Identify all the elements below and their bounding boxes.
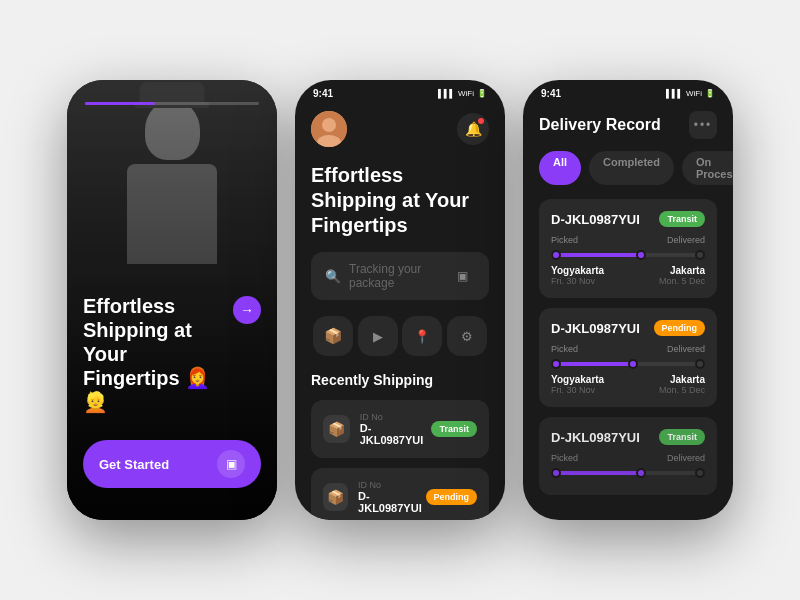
get-started-button[interactable]: Get Started ▣ xyxy=(83,440,261,488)
action-video[interactable]: ▶ xyxy=(358,316,398,356)
wifi-icon-2: WiFi xyxy=(458,89,474,98)
from-city-2: Yogyakarta xyxy=(551,374,604,385)
delivery-locations-2: Yogyakarta Fri. 30 Nov Jakarta Mon. 5 De… xyxy=(551,374,705,395)
status-time-2: 9:41 xyxy=(313,88,333,99)
progress-dot-mid-3 xyxy=(636,468,646,478)
package-icon-2: 📦 xyxy=(323,483,348,511)
shipping-info-2: ID No D-JKL0987YUI xyxy=(358,480,425,514)
search-left: 🔍 Tracking your package xyxy=(325,262,451,290)
delivery-id-2: D-JKL0987YUI xyxy=(551,321,640,336)
to-location-2: Jakarta Mon. 5 Dec xyxy=(659,374,705,395)
progress-fill xyxy=(85,102,155,105)
home-headline-l3: Fingertips xyxy=(311,214,408,236)
phone-onboarding: 9:41 ▌▌▌ WiFi 🔋 Effortless Shipping at Y… xyxy=(67,80,277,520)
delivery-card-2-header: D-JKL0987YUI Pending xyxy=(551,320,705,336)
action-box[interactable]: 📦 xyxy=(313,316,353,356)
notification-dot xyxy=(478,118,484,124)
shipping-id: D-JKL0987YUI xyxy=(360,422,432,446)
progress-dot-end-1 xyxy=(695,250,705,260)
cta-scan-icon: ▣ xyxy=(226,457,237,471)
quick-actions: 📦 ▶ 📍 ⚙ xyxy=(295,316,505,372)
home-headline-l2: Shipping at Your xyxy=(311,189,469,211)
filter-all[interactable]: All xyxy=(539,151,581,185)
status-from-1: Picked xyxy=(551,235,578,245)
delivery-locations-1: Yogyakarta Fri. 30 Nov Jakarta Mon. 5 De… xyxy=(551,265,705,286)
delivery-badge-3: Transit xyxy=(659,429,705,445)
filter-on-process[interactable]: On Process xyxy=(682,151,733,185)
home-headline: Effortless Shipping at Your Fingertips xyxy=(295,159,505,252)
status-to-2: Delivered xyxy=(667,344,705,354)
status-bar-3: 9:41 ▌▌▌ WiFi 🔋 xyxy=(523,80,733,103)
progress-dot-start-3 xyxy=(551,468,561,478)
headline-line1: Effortless xyxy=(83,295,175,317)
delivery-record-title: Delivery Record xyxy=(539,116,661,134)
to-date-1: Mon. 5 Dec xyxy=(659,276,705,286)
filter-tabs: All Completed On Process xyxy=(523,151,733,199)
shipping-item-1[interactable]: 📦 ID No D-JKL0987YUI Transit xyxy=(311,400,489,458)
delivery-card-1[interactable]: D-JKL0987YUI Transit Picked Delivered xyxy=(539,199,717,298)
headline-line3: Fingertips xyxy=(83,367,180,389)
home-headline-l1: Effortless xyxy=(311,164,403,186)
progress-track-3 xyxy=(551,471,705,475)
progress-fill-1 xyxy=(551,253,643,257)
shipping-label: ID No xyxy=(360,412,432,422)
to-city-1: Jakarta xyxy=(659,265,705,276)
wifi-icon-3: WiFi xyxy=(686,89,702,98)
action-settings[interactable]: ⚙ xyxy=(447,316,487,356)
phone-home: 9:41 ▌▌▌ WiFi 🔋 🔔 xyxy=(295,80,505,520)
shipping-info: ID No D-JKL0987YUI xyxy=(360,412,432,446)
from-date-1: Fri. 30 Nov xyxy=(551,276,604,286)
package-icon: 📦 xyxy=(323,415,350,443)
scan-icon: ▣ xyxy=(457,269,468,283)
action-location[interactable]: 📍 xyxy=(402,316,442,356)
notification-button[interactable]: 🔔 xyxy=(457,113,489,145)
svg-point-1 xyxy=(322,118,336,132)
delivery-status-row-3: Picked Delivered xyxy=(551,453,705,463)
pkg-icon: 📦 xyxy=(328,421,345,437)
progress-track-1 xyxy=(551,253,705,257)
scan-button[interactable]: ▣ xyxy=(451,262,475,290)
from-location-2: Yogyakarta Fri. 30 Nov xyxy=(551,374,604,395)
delivery-badge-1: Transit xyxy=(659,211,705,227)
transit-badge: Transit xyxy=(431,421,477,437)
status-bar-2: 9:41 ▌▌▌ WiFi 🔋 xyxy=(295,80,505,103)
status-time-3: 9:41 xyxy=(541,88,561,99)
shipping-item-2-left: 📦 ID No D-JKL0987YUI xyxy=(323,480,426,514)
video-icon: ▶ xyxy=(373,329,383,344)
more-options-button[interactable]: ••• xyxy=(689,111,717,139)
delivery-card-1-header: D-JKL0987YUI Transit xyxy=(551,211,705,227)
delivery-card-3[interactable]: D-JKL0987YUI Transit Picked Delivered xyxy=(539,417,717,495)
section-title: Recently Shipping xyxy=(295,372,505,400)
user-avatar[interactable] xyxy=(311,111,347,147)
from-date-2: Fri. 30 Nov xyxy=(551,385,604,395)
delivery-card-2[interactable]: D-JKL0987YUI Pending Picked Delivered xyxy=(539,308,717,407)
progress-dot-start-1 xyxy=(551,250,561,260)
delivery-status-row-2: Picked Delivered xyxy=(551,344,705,354)
phone-delivery-record: 9:41 ▌▌▌ WiFi 🔋 Delivery Record ••• All … xyxy=(523,80,733,520)
delivery-badge-2: Pending xyxy=(654,320,706,336)
headline-line2: Shipping at Your xyxy=(83,319,192,365)
search-placeholder: Tracking your package xyxy=(349,262,451,290)
from-location-1: Yogyakarta Fri. 30 Nov xyxy=(551,265,604,286)
location-icon: 📍 xyxy=(414,329,430,344)
headline-arrow-button[interactable]: → xyxy=(233,296,261,324)
delivery-id-3: D-JKL0987YUI xyxy=(551,430,640,445)
cta-icon-button[interactable]: ▣ xyxy=(217,450,245,478)
progress-dot-start-2 xyxy=(551,359,561,369)
search-bar[interactable]: 🔍 Tracking your package ▣ xyxy=(311,252,489,300)
status-icons-3: ▌▌▌ WiFi 🔋 xyxy=(666,89,715,98)
battery-icon-2: 🔋 xyxy=(477,89,487,98)
delivery-status-row-1: Picked Delivered xyxy=(551,235,705,245)
filter-completed[interactable]: Completed xyxy=(589,151,674,185)
from-city-1: Yogyakarta xyxy=(551,265,604,276)
signal-icon-3: ▌▌▌ xyxy=(666,89,683,98)
dots-icon: ••• xyxy=(694,118,713,132)
signal-icon-2: ▌▌▌ xyxy=(438,89,455,98)
shipping-item-2[interactable]: 📦 ID No D-JKL0987YUI Pending xyxy=(311,468,489,520)
to-city-2: Jakarta xyxy=(659,374,705,385)
status-to-1: Delivered xyxy=(667,235,705,245)
onboarding-content: Effortless Shipping at Your Fingertips 👩… xyxy=(67,278,277,520)
box-icon: 📦 xyxy=(324,327,343,345)
progress-dot-mid-1 xyxy=(636,250,646,260)
search-icon: 🔍 xyxy=(325,269,341,284)
